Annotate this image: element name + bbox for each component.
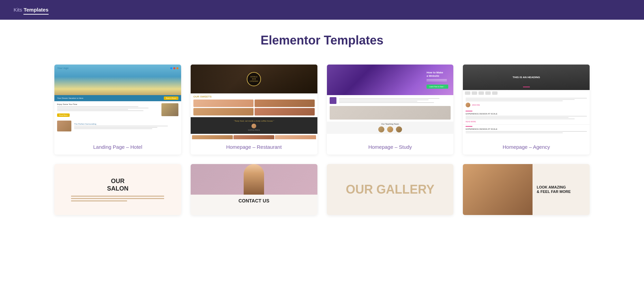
- agency-design-accent: [466, 111, 472, 111]
- study-team-avatars: [330, 126, 451, 132]
- agency-experience2: EXPERIENCE DESIGN AT SCALE: [463, 124, 590, 135]
- agency-profile-avatar: [466, 103, 470, 107]
- restaurant-hero: DONALD★★★CATERING: [191, 65, 317, 93]
- study-label: Homepage – Study: [327, 139, 454, 155]
- food-item-3: [275, 135, 316, 139]
- template-card-contact[interactable]: CONTACT US: [191, 164, 317, 215]
- agency-design-title2: EXPERIENCE DESIGN AT SCALE: [466, 128, 587, 130]
- template-card-restaurant[interactable]: DONALD★★★CATERING OUR SWEETS "Tas: [191, 65, 317, 155]
- hotel-bottom-image: [57, 121, 71, 131]
- sweets-item-2: [255, 100, 315, 107]
- restaurant-label: Homepage – Restaurant: [191, 139, 317, 155]
- partner-logo-1: [465, 91, 470, 95]
- hotel-banner: Your Dream Vacation is Here Book a Room: [54, 95, 181, 101]
- beauty-title: LOOK AMAZING& FEEL FAR MORE: [537, 185, 586, 194]
- hotel-section-title: Enjoy Some You-Time: [57, 103, 159, 105]
- nav-item-templates[interactable]: Templates: [23, 5, 48, 15]
- study-about: [327, 95, 454, 106]
- partner-logo-2: [472, 91, 477, 95]
- hotel-read-btn[interactable]: Read More: [57, 113, 70, 117]
- hotel-bottom-title: The Perfect Surrounding: [74, 123, 178, 125]
- nav: Kits Templates: [14, 7, 49, 13]
- agency-design-title: EXPERIENCE DESIGN AT SCALE: [466, 113, 587, 115]
- contact-hero: [191, 164, 317, 195]
- salon-title: OURSALON: [107, 178, 128, 192]
- study-hero-title: How to Makea Website: [427, 71, 448, 78]
- header: Kits Templates: [0, 0, 644, 20]
- gallery-thumbnail: OUR GALLERY: [327, 164, 454, 215]
- beauty-model-image: [463, 164, 533, 215]
- team-avatar-1: [378, 126, 384, 132]
- food-item-2: [233, 135, 274, 139]
- main-content: Elementor Templates Your logo: [0, 20, 644, 235]
- agency-design-accent2: [466, 126, 472, 127]
- study-hero: How to Makea Website Learn How to Start …: [327, 65, 454, 95]
- restaurant-reviewer: SOPHIA PRICE: [193, 124, 315, 131]
- study-cta-btn[interactable]: Learn How to Start →: [427, 85, 448, 89]
- partner-logo-4: [485, 91, 491, 95]
- beauty-content: LOOK AMAZING& FEEL FAR MORE: [533, 164, 590, 215]
- template-card-salon[interactable]: OURSALON: [54, 164, 181, 215]
- hotel-banner-text: Your Dream Vacation is Here: [57, 97, 83, 99]
- contact-thumbnail: CONTACT US: [191, 164, 317, 215]
- salon-lines: [71, 196, 164, 201]
- partner-logo-5: [492, 91, 498, 95]
- study-classroom: [327, 106, 454, 122]
- templates-grid-row2: OURSALON CONTACT US OUR: [54, 164, 590, 215]
- study-classroom-image: [330, 106, 451, 120]
- restaurant-food-grid: [191, 134, 317, 139]
- reviewer-avatar: [251, 124, 256, 128]
- agency-design-cta[interactable]: READ MORE: [466, 121, 587, 123]
- templates-grid-row1: Your logo Your Dream Vacation is Here Bo…: [54, 65, 590, 155]
- agency-logos-bar: [463, 90, 590, 96]
- agency-profile: JANA RAE: [466, 103, 587, 107]
- beauty-thumbnail: LOOK AMAZING& FEEL FAR MORE: [463, 164, 590, 215]
- agency-hero: THIS IS AN HEADING: [463, 65, 590, 90]
- template-card-agency[interactable]: THIS IS AN HEADING: [463, 65, 590, 155]
- page-title: Elementor Templates: [54, 33, 590, 48]
- study-team: Our Teaching Team: [327, 122, 454, 134]
- hotel-logo: Your logo: [57, 67, 69, 70]
- restaurant-badge-text: DONALD★★★CATERING: [249, 76, 258, 83]
- food-item-1: [192, 135, 233, 139]
- template-card-hotel[interactable]: Your logo Your Dream Vacation is Here Bo…: [54, 65, 181, 155]
- study-about-icon: [330, 97, 336, 104]
- hotel-label: Landing Page – Hotel: [54, 139, 181, 155]
- sweets-item-3: [193, 108, 254, 115]
- hotel-content-section: Enjoy Some You-Time Read More: [54, 101, 181, 119]
- team-avatar-2: [387, 126, 393, 132]
- agency-hero-accent: [523, 87, 530, 87]
- team-avatar-3: [396, 126, 402, 132]
- contact-title: CONTACT US: [194, 198, 314, 203]
- hotel-nav-dots: [170, 67, 178, 69]
- template-card-study[interactable]: How to Makea Website Learn How to Start …: [327, 65, 454, 155]
- template-card-gallery[interactable]: OUR GALLERY: [327, 164, 454, 215]
- restaurant-sweets: OUR SWEETS: [191, 93, 317, 117]
- agency-design: EXPERIENCE DESIGN AT SCALE READ MORE: [463, 109, 590, 124]
- agency-profile-name: JANA RAE: [472, 104, 480, 106]
- gallery-title: OUR GALLERY: [346, 182, 435, 197]
- restaurant-sweets-title: OUR SWEETS: [193, 95, 315, 98]
- sweets-item-4: [255, 108, 315, 115]
- restaurant-quote: "Tasty food, set inside a lively coffee …: [191, 117, 317, 134]
- hotel-bottom-section: The Perfect Surrounding: [54, 119, 181, 133]
- hotel-content-image: [161, 103, 178, 116]
- nav-item-kits[interactable]: Kits: [14, 5, 22, 14]
- agency-label: Homepage – Agency: [463, 139, 590, 155]
- sweets-item-1: [193, 100, 254, 107]
- contact-person: [244, 164, 264, 195]
- salon-thumbnail: OURSALON: [54, 164, 181, 215]
- agency-about: JANA RAE: [463, 96, 590, 109]
- contact-content: CONTACT US: [191, 195, 317, 207]
- study-team-title: Our Teaching Team: [330, 123, 451, 125]
- reviewer-name: SOPHIA PRICE: [248, 129, 260, 131]
- restaurant-quote-text: "Tasty food, set inside a lively coffee …: [193, 120, 315, 122]
- agency-hero-title: THIS IS AN HEADING: [512, 76, 540, 79]
- restaurant-badge: DONALD★★★CATERING: [247, 72, 261, 86]
- partner-logo-3: [478, 91, 484, 95]
- template-card-beauty[interactable]: LOOK AMAZING& FEEL FAR MORE: [463, 164, 590, 215]
- hotel-cta-btn[interactable]: Book a Room: [164, 96, 178, 100]
- restaurant-sweets-grid: [193, 100, 315, 115]
